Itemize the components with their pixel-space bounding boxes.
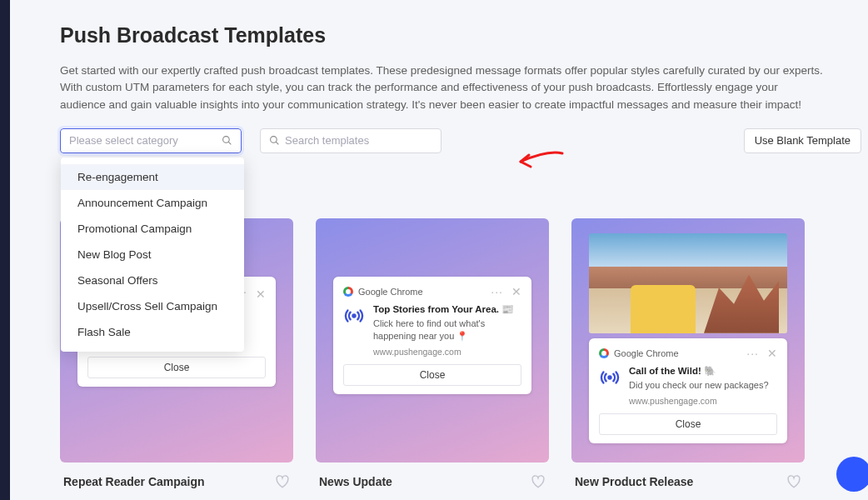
dropdown-item-promotional[interactable]: Promotional Campaign [61,216,244,242]
card-preview: Google Chrome ··· ✕ Top Stories from You… [316,218,549,462]
notif-site: www.pushengage.com [629,395,769,407]
more-icon: ··· [491,285,503,298]
page-description: Get started with our expertly crafted pu… [60,62,826,113]
hero-image [589,233,787,333]
dropdown-item-announcement[interactable]: Announcement Campaign [61,190,244,216]
close-icon[interactable]: ✕ [511,285,521,298]
search-icon [269,135,280,146]
svg-point-2 [271,137,277,143]
dropdown-item-re-engagement[interactable]: Re-engagement [61,164,244,190]
card-title: Repeat Reader Campaign [63,475,205,488]
dropdown-item-seasonal[interactable]: Seasonal Offers [61,268,244,293]
close-icon[interactable]: ✕ [767,347,777,360]
card-title: News Update [319,475,392,488]
notif-close-button[interactable]: Close [599,413,777,435]
notif-title: Top Stories from Your Area. 📰 [373,303,521,317]
close-icon[interactable]: ✕ [256,288,266,301]
annotation-arrow [514,148,564,173]
notif-close-button[interactable]: Close [87,357,266,378]
search-box[interactable] [260,128,441,153]
notif-site: www.pushengage.com [373,346,521,358]
card-preview: Google Chrome ··· ✕ Call of the Wild! 🐘 … [571,218,805,462]
search-input[interactable] [285,134,432,147]
chrome-icon [343,287,353,297]
notif-browser: Google Chrome [358,287,423,297]
favorite-icon[interactable] [786,474,801,489]
favorite-icon[interactable] [531,474,546,489]
use-blank-template-button[interactable]: Use Blank Template [744,128,861,153]
more-icon: ··· [746,347,759,360]
svg-line-1 [228,142,231,144]
notif-close-button[interactable]: Close [343,364,521,386]
category-select[interactable]: Re-engagement Announcement Campaign Prom… [60,128,242,153]
search-icon [222,135,232,146]
notif-message: Did you check our new packages? [629,379,769,392]
card-title: New Product Release [575,475,693,488]
category-input[interactable] [69,134,222,147]
svg-point-0 [223,137,230,143]
notif-title: Call of the Wild! 🐘 [629,365,769,378]
chat-fab[interactable] [836,457,868,492]
template-card[interactable]: Google Chrome ··· ✕ Top Stories from You… [316,218,549,489]
controls-row: Re-engagement Announcement Campaign Prom… [60,128,861,153]
favorite-icon[interactable] [275,474,290,489]
notif-browser: Google Chrome [614,348,679,358]
notif-message: Click here to find out what's happening … [373,318,521,342]
chrome-icon [599,348,609,358]
dropdown-item-upsell[interactable]: Upsell/Cross Sell Campaign [61,293,244,319]
notification-preview: Google Chrome ··· ✕ Call of the Wild! 🐘 … [589,338,787,444]
svg-point-4 [352,314,355,317]
nav-rail [0,0,10,500]
category-dropdown: Re-engagement Announcement Campaign Prom… [61,158,244,352]
dropdown-item-flash[interactable]: Flash Sale [61,319,244,345]
svg-line-3 [276,142,278,144]
page-title: Push Broadcast Templates [60,23,861,48]
notification-preview: Google Chrome ··· ✕ Top Stories from You… [333,277,531,394]
dropdown-item-blog[interactable]: New Blog Post [61,242,244,268]
template-card[interactable]: Google Chrome ··· ✕ Call of the Wild! 🐘 … [571,218,805,489]
svg-point-5 [608,376,611,378]
broadcast-icon [599,367,621,388]
broadcast-icon [343,305,365,327]
